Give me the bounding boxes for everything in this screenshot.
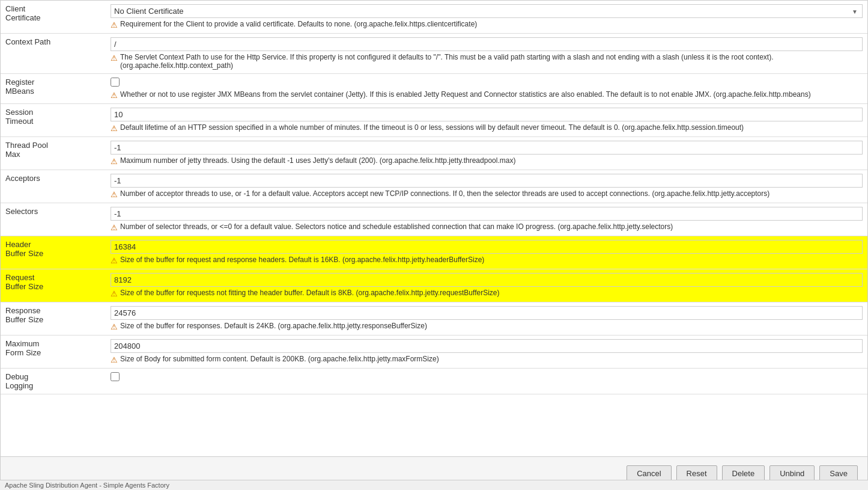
- description-text-thread-pool-max: Maximum number of jetty threads. Using t…: [120, 156, 515, 165]
- value-cell-context-path: ⚠The Servlet Context Path to use for the…: [106, 34, 867, 74]
- description-header-buffer-size: ⚠Size of the buffer for request and resp…: [111, 256, 863, 265]
- value-cell-request-buffer-size: ⚠Size of the buffer for requests not fit…: [106, 269, 867, 302]
- description-request-buffer-size: ⚠Size of the buffer for requests not fit…: [111, 289, 863, 298]
- description-client-certificate: ⚠Requirement for the Client to provide a…: [111, 20, 863, 29]
- description-selectors: ⚠Number of selector threads, or <=0 for …: [111, 222, 863, 232]
- warning-icon-request-buffer-size: ⚠: [111, 289, 118, 298]
- label-request-buffer-size: RequestBuffer Size: [1, 269, 106, 302]
- form-table: ClientCertificateNo Client Certificate⚠R…: [1, 1, 867, 394]
- label-selectors: Selectors: [1, 203, 106, 236]
- value-cell-selectors: ⚠Number of selector threads, or <=0 for …: [106, 203, 867, 236]
- label-maximum-form-size: MaximumForm Size: [1, 335, 106, 369]
- input-selectors[interactable]: [111, 207, 863, 221]
- value-cell-client-certificate: No Client Certificate⚠Requirement for th…: [106, 1, 867, 34]
- delete-button[interactable]: Delete: [722, 465, 765, 482]
- description-text-request-buffer-size: Size of the buffer for requests not fitt…: [120, 289, 499, 297]
- description-text-session-timeout: Default lifetime of an HTTP session spec…: [120, 123, 744, 132]
- description-session-timeout: ⚠Default lifetime of an HTTP session spe…: [111, 123, 863, 133]
- input-session-timeout[interactable]: [111, 108, 863, 121]
- input-header-buffer-size[interactable]: [111, 240, 863, 254]
- select-client-certificate[interactable]: No Client Certificate: [111, 4, 863, 18]
- value-cell-register-mbeans: ⚠Whether or not to use register JMX MBea…: [106, 74, 867, 104]
- input-thread-pool-max[interactable]: [111, 141, 863, 155]
- input-request-buffer-size[interactable]: [111, 273, 863, 287]
- description-text-acceptors: Number of acceptor threads to use, or -1…: [120, 189, 769, 198]
- warning-icon-thread-pool-max: ⚠: [111, 157, 118, 166]
- label-context-path: Context Path: [1, 34, 106, 74]
- status-text: Apache Sling Distribution Agent - Simple…: [5, 482, 169, 489]
- input-context-path[interactable]: [111, 37, 863, 51]
- description-acceptors: ⚠Number of acceptor threads to use, or -…: [111, 189, 863, 199]
- value-cell-acceptors: ⚠Number of acceptor threads to use, or -…: [106, 170, 867, 203]
- description-text-header-buffer-size: Size of the buffer for request and respo…: [120, 256, 484, 264]
- warning-icon-context-path: ⚠: [111, 54, 118, 63]
- description-thread-pool-max: ⚠Maximum number of jetty threads. Using …: [111, 156, 863, 166]
- input-acceptors[interactable]: [111, 174, 863, 188]
- warning-icon-register-mbeans: ⚠: [111, 91, 118, 100]
- input-maximum-form-size[interactable]: [111, 339, 863, 353]
- value-cell-header-buffer-size: ⚠Size of the buffer for request and resp…: [106, 236, 867, 269]
- description-maximum-form-size: ⚠Size of Body for submitted form content…: [111, 355, 863, 364]
- label-register-mbeans: RegisterMBeans: [1, 74, 106, 104]
- value-cell-thread-pool-max: ⚠Maximum number of jetty threads. Using …: [106, 137, 867, 170]
- description-text-selectors: Number of selector threads, or <=0 for a…: [120, 222, 673, 231]
- value-cell-session-timeout: ⚠Default lifetime of an HTTP session spe…: [106, 104, 867, 137]
- cancel-button[interactable]: Cancel: [627, 465, 671, 482]
- label-debug-logging: DebugLogging: [1, 369, 106, 394]
- checkbox-debug-logging[interactable]: [111, 372, 120, 381]
- label-client-certificate: ClientCertificate: [1, 1, 106, 34]
- description-text-client-certificate: Requirement for the Client to provide a …: [120, 20, 477, 28]
- save-button[interactable]: Save: [819, 465, 858, 482]
- main-container: ClientCertificateNo Client Certificate⚠R…: [0, 0, 868, 490]
- input-response-buffer-size[interactable]: [111, 306, 863, 320]
- description-text-response-buffer-size: Size of the buffer for responses. Defaul…: [120, 322, 427, 330]
- checkbox-register-mbeans[interactable]: [111, 78, 120, 87]
- warning-icon-header-buffer-size: ⚠: [111, 256, 118, 265]
- content-area: ClientCertificateNo Client Certificate⚠R…: [1, 1, 867, 430]
- value-cell-response-buffer-size: ⚠Size of the buffer for responses. Defau…: [106, 302, 867, 335]
- reset-button[interactable]: Reset: [676, 465, 717, 482]
- description-text-context-path: The Servlet Context Path to use for the …: [120, 53, 863, 70]
- description-text-maximum-form-size: Size of Body for submitted form content.…: [120, 355, 439, 363]
- value-cell-debug-logging: [106, 369, 867, 394]
- description-text-register-mbeans: Whether or not to use register JMX MBean…: [120, 90, 811, 99]
- status-bar: Apache Sling Distribution Agent - Simple…: [0, 480, 868, 490]
- select-wrapper-client-certificate: No Client Certificate: [111, 4, 863, 18]
- warning-icon-client-certificate: ⚠: [111, 20, 118, 29]
- warning-icon-selectors: ⚠: [111, 223, 118, 232]
- warning-icon-maximum-form-size: ⚠: [111, 355, 118, 364]
- description-context-path: ⚠The Servlet Context Path to use for the…: [111, 53, 863, 70]
- warning-icon-acceptors: ⚠: [111, 190, 118, 199]
- label-session-timeout: SessionTimeout: [1, 104, 106, 137]
- description-register-mbeans: ⚠Whether or not to use register JMX MBea…: [111, 90, 863, 100]
- label-thread-pool-max: Thread PoolMax: [1, 137, 106, 170]
- label-response-buffer-size: ResponseBuffer Size: [1, 302, 106, 335]
- warning-icon-session-timeout: ⚠: [111, 124, 118, 133]
- value-cell-maximum-form-size: ⚠Size of Body for submitted form content…: [106, 335, 867, 369]
- unbind-button[interactable]: Unbind: [769, 465, 815, 482]
- warning-icon-response-buffer-size: ⚠: [111, 322, 118, 331]
- label-header-buffer-size: HeaderBuffer Size: [1, 236, 106, 269]
- label-acceptors: Acceptors: [1, 170, 106, 203]
- description-response-buffer-size: ⚠Size of the buffer for responses. Defau…: [111, 322, 863, 331]
